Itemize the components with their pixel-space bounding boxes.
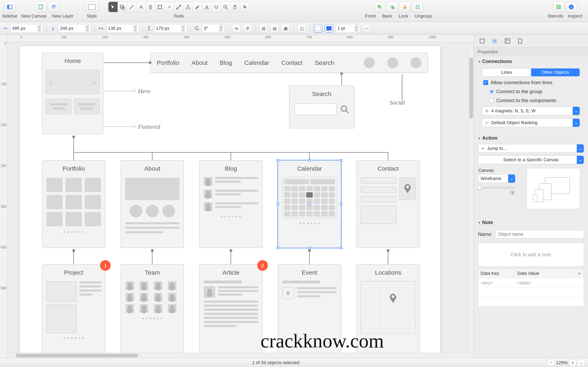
- data-table[interactable]: Data KeyData Value＋ <key><data>: [478, 268, 584, 307]
- properties-header: Properties: [474, 47, 588, 56]
- vertical-ruler[interactable]: 0 100 200 300 400 500 600: [0, 35, 7, 358]
- tool-pen[interactable]: [146, 2, 155, 12]
- connect-components-radio[interactable]: [489, 98, 494, 103]
- nav-circle-icon: [410, 57, 421, 68]
- tool-text[interactable]: A: [137, 2, 146, 12]
- connections-segmented[interactable]: Lines Other Objects: [482, 68, 580, 76]
- svg-rect-24: [403, 7, 406, 9]
- tool-stamp[interactable]: [202, 2, 212, 12]
- insp-tab-object[interactable]: [477, 37, 486, 45]
- card-about[interactable]: About: [121, 160, 184, 248]
- opacity-button[interactable]: ◫: [297, 24, 306, 33]
- sidebar-toggle-button[interactable]: [4, 2, 16, 12]
- back-label: Back: [382, 13, 392, 19]
- tool-line[interactable]: [127, 2, 137, 12]
- magnets-popup[interactable]: 4 magnets: N, S, E, W⌄: [482, 107, 580, 115]
- y-field[interactable]: 240 px▴▾: [58, 24, 91, 33]
- tool-shape[interactable]: [118, 2, 127, 12]
- svg-rect-2: [39, 5, 42, 9]
- carousel-next-icon: ›: [93, 76, 96, 88]
- stencils-button[interactable]: [553, 2, 564, 12]
- fill-color[interactable]: [314, 24, 322, 33]
- svg-rect-8: [158, 6, 162, 9]
- section-action[interactable]: Action: [474, 133, 588, 143]
- svg-line-13: [178, 6, 180, 8]
- horizontal-ruler[interactable]: 0 100 200 300 400 500 600 700 800 900 10…: [7, 35, 474, 42]
- tool-brush[interactable]: [193, 2, 202, 12]
- switch-popup[interactable]: Switch to a Specific Canvas⌄: [478, 156, 584, 164]
- add-row-button[interactable]: ＋: [574, 270, 584, 276]
- insp-tab-document[interactable]: [516, 37, 525, 45]
- svg-rect-32: [559, 7, 561, 9]
- align-menu-2[interactable]: ▤: [270, 24, 279, 33]
- tools-label: Tools: [173, 13, 184, 19]
- new-canvas-button[interactable]: +: [35, 2, 47, 12]
- stroke-style[interactable]: ―: [363, 24, 371, 33]
- watermark: crackknow.com: [260, 329, 384, 352]
- card-project[interactable]: Project: [42, 264, 105, 353]
- selection-handles[interactable]: [277, 160, 342, 248]
- object-name-input[interactable]: [495, 230, 584, 238]
- note-box[interactable]: Click to add a note: [478, 243, 584, 267]
- seg-other[interactable]: Other Objects: [531, 68, 580, 76]
- inspect-label: Inspect: [568, 13, 582, 19]
- svg-rect-29: [557, 5, 558, 7]
- tool-node[interactable]: [174, 2, 183, 12]
- wireframe-nav[interactable]: Portfolio About Blog Calendar Contact Se…: [150, 53, 428, 73]
- card-home[interactable]: Home ‹ ›: [42, 53, 103, 134]
- card-contact[interactable]: Contact: [356, 160, 420, 248]
- stroke-width-field[interactable]: 1 pt▴▾: [336, 24, 360, 33]
- style-well[interactable]: [85, 2, 98, 12]
- card-search-title: Search: [290, 86, 354, 98]
- stroke-color[interactable]: [325, 24, 333, 33]
- slider[interactable]: [478, 187, 515, 189]
- canvas-popup[interactable]: Wireframe⌄: [478, 174, 515, 183]
- canvas[interactable]: Home ‹ › Portfolio About Blog Calendar: [7, 42, 474, 353]
- ungroup-button[interactable]: [412, 2, 423, 12]
- seg-lines[interactable]: Lines: [482, 68, 531, 76]
- tool-crop[interactable]: #: [165, 2, 174, 12]
- zoom-menu-button[interactable]: ⌄: [578, 360, 585, 366]
- ranking-popup[interactable]: Default Object Ranking⌄: [482, 118, 580, 127]
- nav-item: Search: [315, 59, 334, 66]
- tool-magnet[interactable]: [212, 2, 221, 12]
- action-popup[interactable]: Jump to…⌄: [478, 144, 584, 153]
- insp-tab-canvas[interactable]: [503, 37, 512, 45]
- flip-h-button[interactable]: ⇋: [232, 24, 241, 33]
- svg-text:i: i: [571, 5, 572, 9]
- allow-connections-checkbox[interactable]: [483, 80, 488, 85]
- bring-front-button[interactable]: [374, 2, 385, 12]
- flip-v-button[interactable]: ⇵: [243, 24, 252, 33]
- tool-artboard[interactable]: [155, 2, 165, 12]
- rot-field[interactable]: 0°▴▾: [202, 24, 225, 33]
- card-team[interactable]: Team: [121, 264, 184, 353]
- svg-point-18: [224, 5, 227, 8]
- card-blog[interactable]: Blog: [199, 160, 263, 248]
- align-menu-3[interactable]: ▦: [281, 24, 290, 33]
- horizontal-scrollbar[interactable]: [7, 353, 474, 358]
- w-field[interactable]: 130 px▴▾: [106, 24, 139, 33]
- new-layer-button[interactable]: +: [48, 2, 60, 12]
- section-note[interactable]: Note: [474, 217, 588, 228]
- connect-group-radio[interactable]: [489, 89, 494, 94]
- tool-pointer[interactable]: [240, 2, 249, 12]
- svg-rect-17: [205, 8, 209, 9]
- card-search[interactable]: Search: [289, 86, 355, 128]
- section-connections[interactable]: Connections: [474, 56, 588, 67]
- card-article[interactable]: Article: [199, 264, 263, 353]
- zoom-in-button[interactable]: ＋: [569, 360, 576, 366]
- h-field[interactable]: 170 px▴▾: [154, 24, 187, 33]
- x-field[interactable]: 495 px▴▾: [10, 24, 43, 33]
- card-portfolio[interactable]: Portfolio: [42, 160, 105, 248]
- vertical-scrollbar[interactable]: [468, 49, 474, 353]
- tool-zoom[interactable]: [221, 2, 231, 12]
- send-back-button[interactable]: [387, 2, 398, 12]
- tool-hand[interactable]: [231, 2, 240, 12]
- insp-tab-properties[interactable]: [490, 37, 499, 45]
- inspect-button[interactable]: i: [566, 2, 577, 12]
- tool-hierarchy[interactable]: [183, 2, 193, 12]
- tool-select[interactable]: [108, 2, 118, 12]
- lock-button[interactable]: [399, 2, 411, 12]
- align-menu-1[interactable]: ▥: [259, 24, 268, 33]
- zoom-out-button[interactable]: −: [548, 360, 554, 366]
